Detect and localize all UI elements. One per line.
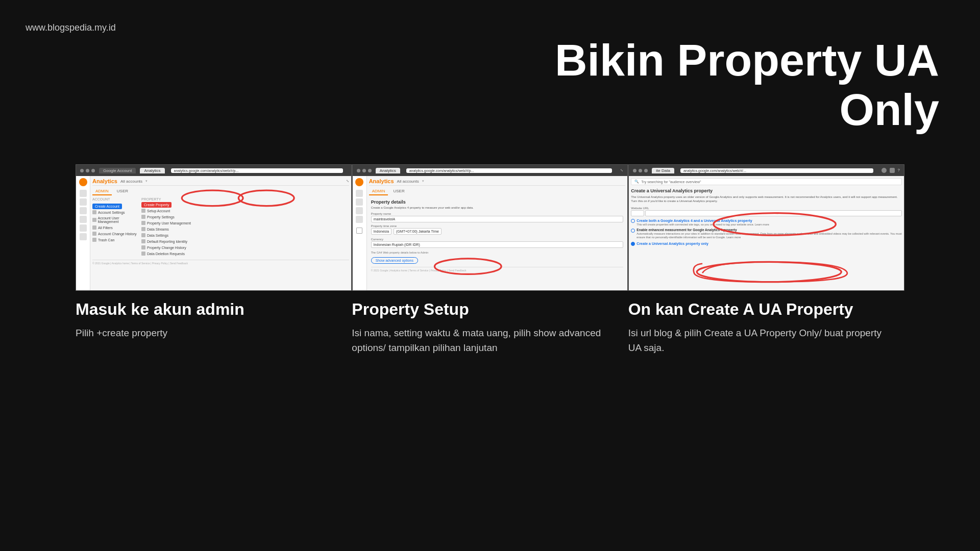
timezone-select[interactable]: Indonesia xyxy=(371,228,391,235)
history-icon xyxy=(92,232,96,236)
all-accounts-2[interactable]: All accounts xyxy=(397,179,419,184)
radio-dot-2[interactable] xyxy=(631,229,635,233)
data-settings-item[interactable]: Data Settings xyxy=(141,232,349,238)
ua-panel-description: The Universal Analytics property uses an… xyxy=(631,195,902,204)
website-url-label: Website URL xyxy=(631,207,902,210)
account-user-icon xyxy=(92,218,96,222)
watermark: www.blogspedia.my.id xyxy=(26,22,116,33)
trash-icon xyxy=(92,238,96,242)
analytics-main-2: Analytics All accounts ▾ ADMIN USER Prop… xyxy=(367,176,628,290)
analytics-title-2: Analytics xyxy=(369,178,394,184)
account-settings-item[interactable]: Account Settings xyxy=(92,209,138,215)
question-icon[interactable]: ? xyxy=(898,168,900,173)
sidebar-icon-6 xyxy=(80,233,87,240)
sidebar-icon-2-2 xyxy=(356,198,363,206)
radio-option-2-text: Enable enhanced measurement for Google A… xyxy=(636,228,902,240)
property-settings-item[interactable]: Property Settings xyxy=(141,214,349,220)
radio-dot-3[interactable] xyxy=(631,242,635,246)
accounts-dropdown-1[interactable]: ▾ xyxy=(145,179,148,183)
browser-icon-1 xyxy=(881,168,887,173)
desc-title-1: Masuk ke akun admin xyxy=(76,299,341,319)
deletion-icon xyxy=(141,252,145,256)
trash-can-item[interactable]: Trash Can xyxy=(92,237,138,243)
browser-chrome-2: Analytics analytics.google.com/analytics… xyxy=(353,165,628,176)
show-advanced-btn[interactable]: Show advanced options xyxy=(371,257,418,264)
prop-history-icon xyxy=(141,245,145,249)
browser-dot-3a xyxy=(633,169,636,172)
desc-col-1: Masuk ke akun admin Pilih +create proper… xyxy=(76,299,352,355)
property-change-history-item[interactable]: Property Change History xyxy=(141,244,349,251)
all-accounts-1[interactable]: All accounts xyxy=(120,179,142,184)
sidebar-icon-1 xyxy=(80,190,87,197)
radio-dot-1[interactable] xyxy=(631,219,635,223)
screenshot-2: Analytics analytics.google.com/analytics… xyxy=(352,164,628,291)
browser-icons: ? xyxy=(881,168,900,173)
reporting-icon xyxy=(141,239,145,243)
analytics-logo-icon-2 xyxy=(355,178,363,186)
create-property-btn[interactable]: Create Property xyxy=(141,202,172,208)
https-select[interactable]: https:// xyxy=(631,210,644,216)
sidebar-icon-2 xyxy=(80,198,87,206)
maximize-icon-2[interactable]: ⤡ xyxy=(620,168,623,172)
tab-user-1[interactable]: USER xyxy=(114,188,131,195)
browser-dot-3c xyxy=(644,169,648,172)
property-name-input[interactable]: maintravelolA xyxy=(371,216,624,222)
filters-icon xyxy=(92,226,96,230)
browser-dot-2c xyxy=(368,169,372,172)
footer-2: © 2021 Google | Analytics home | Terms o… xyxy=(371,267,624,272)
desc-title-3: On kan Create A UA Property xyxy=(628,299,894,319)
analytics-header-1: Analytics All accounts ▾ ⤡ xyxy=(92,178,349,186)
radio-option-3-text: Create a Universal Analytics property on… xyxy=(636,241,708,246)
browser-tab-analytics[interactable]: Analytics xyxy=(140,168,164,173)
account-section-label: Account xyxy=(92,197,138,201)
tab-row-2: ADMIN USER xyxy=(369,188,626,195)
browser-url-2: analytics.google.com/analytics/web/#/p..… xyxy=(406,168,612,173)
search-bar[interactable]: 🔍 Try searching for "audience overview" xyxy=(631,178,902,185)
account-user-mgmt-item[interactable]: Account User Management xyxy=(92,215,138,224)
property-user-mgmt-item[interactable]: Property User Management xyxy=(141,220,349,226)
tab-admin-2[interactable]: ADMIN xyxy=(369,188,388,195)
property-section-label: Property xyxy=(141,197,349,201)
accounts-dropdown-2[interactable]: ▾ xyxy=(422,179,424,183)
desc-col-3: On kan Create A UA Property Isi url blog… xyxy=(628,299,904,355)
default-reporting-item[interactable]: Default Reporting Identity xyxy=(141,238,349,244)
maximize-icon[interactable]: ⤡ xyxy=(346,179,349,183)
analytics-body-1: Analytics All accounts ▾ ⤡ ADMIN USER Ac… xyxy=(76,176,351,290)
timezone-detail-select[interactable]: (GMT+07:00) Jakarta Time xyxy=(394,228,442,235)
tab-user-2[interactable]: USER xyxy=(390,188,407,195)
sidebar-icon-3 xyxy=(80,207,87,214)
analytics-title-1: Analytics xyxy=(92,178,117,184)
screenshot-1: Google Account Analytics analytics.googl… xyxy=(76,164,352,291)
form-tip: The GA4 Web property details below to Ad… xyxy=(371,251,624,254)
radio-option-1[interactable]: Create both a Google Analytics 4 and a U… xyxy=(631,218,902,227)
currency-select[interactable]: Indonesian Rupiah (IDR IDR) xyxy=(371,241,624,248)
url-input[interactable]: www.mywebsite.com xyxy=(645,210,902,216)
browser-url-1: analytics.google.com/analytics/web/#/p..… xyxy=(171,168,343,173)
setup-icon xyxy=(141,209,145,213)
sidebar-icon-2-3 xyxy=(356,207,363,214)
timezone-label: Property time zone xyxy=(371,224,624,228)
desc-col-2: Property Setup Isi nama, setting waktu &… xyxy=(352,299,628,355)
browser-tab-analytics-2[interactable]: Analytics xyxy=(376,168,400,173)
create-account-btn[interactable]: Create Account xyxy=(92,204,122,209)
account-change-history-item[interactable]: Account Change History xyxy=(92,231,138,237)
analytics-sidebar-2 xyxy=(353,176,367,290)
tab-row-1: ADMIN USER xyxy=(92,188,349,195)
data-deletion-item[interactable]: Data Deletion Requests xyxy=(141,251,349,257)
form-title: Property details xyxy=(371,199,624,205)
browser-tab-site-data[interactable]: ite Data xyxy=(652,168,674,173)
radio-option-2[interactable]: Enable enhanced measurement for Google A… xyxy=(631,228,902,240)
tab-admin-1[interactable]: ADMIN xyxy=(92,188,112,195)
all-filters-item[interactable]: All Filters xyxy=(92,224,138,231)
browser-tab-google[interactable]: Google Account xyxy=(99,168,136,173)
setup-account-item[interactable]: Setup Account xyxy=(141,208,349,214)
desc-body-1: Pilih +create property xyxy=(76,326,341,341)
prop-user-icon xyxy=(141,221,145,225)
data-streams-item[interactable]: Data Streams xyxy=(141,226,349,232)
browser-dot-2a xyxy=(357,169,360,172)
screenshot-3: ite Data analytics.google.com/analytics/… xyxy=(628,164,904,291)
radio-option-3[interactable]: Create a Universal Analytics property on… xyxy=(631,241,902,246)
desc-title-2: Property Setup xyxy=(352,299,618,319)
account-settings-icon xyxy=(92,210,96,214)
currency-label: Currency xyxy=(371,238,624,241)
